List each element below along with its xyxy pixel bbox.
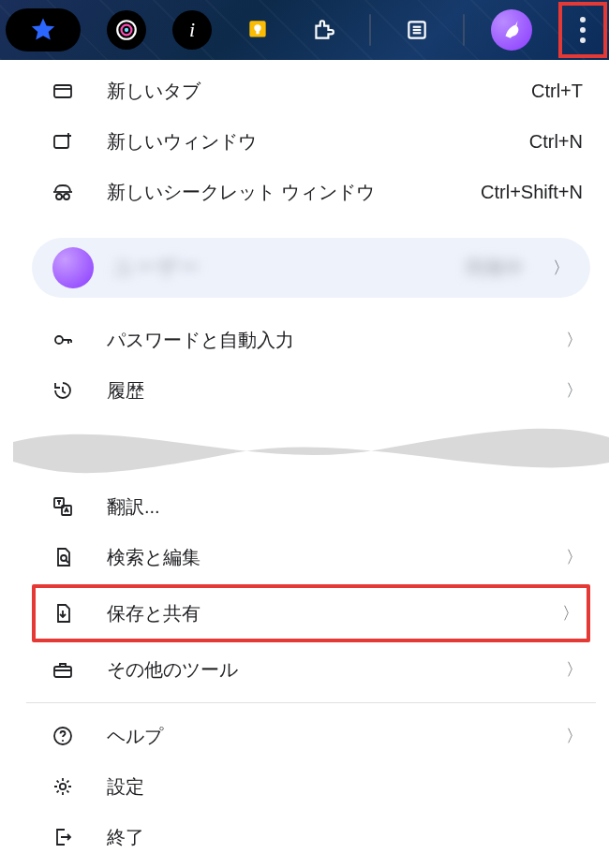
profile-status: 同期中 <box>466 256 525 281</box>
kebab-icon <box>579 16 587 44</box>
menu-item-help[interactable]: ヘルプ 〉 <box>13 711 609 761</box>
info-button[interactable]: i <box>172 10 212 50</box>
menu-item-label: 履歴 <box>107 378 534 404</box>
incognito-icon <box>51 181 75 203</box>
bookmark-star-button[interactable] <box>6 8 81 51</box>
menu-item-shortcut: Ctrl+N <box>529 131 583 153</box>
chevron-right-icon: 〉 <box>566 658 583 681</box>
svg-point-11 <box>580 27 586 33</box>
svg-point-16 <box>64 194 69 199</box>
menu-item-label: パスワードと自動入力 <box>107 328 534 353</box>
menu-item-shortcut: Ctrl+T <box>531 81 583 102</box>
history-icon <box>51 379 75 402</box>
menu-item-passwords[interactable]: パスワードと自動入力 〉 <box>13 315 609 365</box>
menu-item-label: 設定 <box>107 774 583 800</box>
exit-icon <box>51 826 75 848</box>
more-menu-button[interactable] <box>557 0 609 60</box>
reading-list-button[interactable] <box>397 10 437 50</box>
lightbulb-icon <box>245 18 270 42</box>
toolbox-icon <box>51 658 75 681</box>
unicorn-icon <box>499 18 524 42</box>
svg-point-12 <box>580 37 586 43</box>
svg-point-10 <box>580 17 586 22</box>
menu-item-label: 新しいウィンドウ <box>107 129 498 154</box>
svg-point-15 <box>56 194 62 199</box>
profile-avatar-icon <box>52 247 94 288</box>
browser-main-menu: 新しいタブ Ctrl+T 新しいウィンドウ Ctrl+N 新しいシークレット ウ… <box>13 66 609 862</box>
menu-item-label: ヘルプ <box>107 724 534 749</box>
chevron-right-icon: 〉 <box>566 546 583 568</box>
star-icon <box>29 16 57 44</box>
svg-point-24 <box>60 784 66 789</box>
svg-point-23 <box>62 740 64 742</box>
menu-item-new-tab[interactable]: 新しいタブ Ctrl+T <box>13 66 609 116</box>
svg-point-2 <box>125 28 128 32</box>
chevron-right-icon: 〉 <box>566 725 583 747</box>
menu-item-shortcut: Ctrl+Shift+N <box>481 182 583 203</box>
puzzle-piece-icon <box>311 18 335 42</box>
menu-item-save-share[interactable]: 保存と共有 〉 <box>32 584 590 642</box>
key-icon <box>51 329 75 351</box>
new-tab-icon <box>51 80 75 102</box>
svg-point-4 <box>254 24 260 31</box>
menu-item-new-incognito[interactable]: 新しいシークレット ウィンドウ Ctrl+Shift+N <box>13 167 609 217</box>
menu-item-translate[interactable]: 翻訳... <box>13 481 609 532</box>
menu-item-label: 検索と編集 <box>107 545 534 570</box>
toolbar-divider <box>463 14 465 46</box>
keep-notes-button[interactable] <box>238 10 277 50</box>
svg-rect-14 <box>54 136 68 148</box>
camera-lens-icon <box>114 18 139 42</box>
menu-item-label: 終了 <box>107 825 583 850</box>
reading-list-icon <box>405 18 429 42</box>
menu-separator <box>26 702 596 703</box>
profile-avatar-button[interactable] <box>491 9 532 51</box>
menu-item-label: 新しいタブ <box>107 79 499 104</box>
menu-item-label: 保存と共有 <box>107 601 530 626</box>
svg-point-17 <box>55 336 63 344</box>
browser-toolbar: i <box>0 0 609 60</box>
svg-rect-21 <box>54 667 71 677</box>
menu-item-profile[interactable]: ユーザー 同期中 〉 <box>32 238 590 298</box>
save-share-icon <box>51 602 75 625</box>
profile-name: ユーザー <box>112 254 447 282</box>
content-omitted-indicator <box>13 421 609 478</box>
menu-item-label: 新しいシークレット ウィンドウ <box>107 180 449 205</box>
menu-item-settings[interactable]: 設定 <box>13 761 609 812</box>
menu-item-more-tools[interactable]: その他のツール 〉 <box>13 644 609 695</box>
chevron-right-icon: 〉 <box>566 379 583 402</box>
svg-rect-13 <box>54 85 71 97</box>
menu-item-exit[interactable]: 終了 <box>13 812 609 862</box>
find-in-page-icon <box>51 546 75 568</box>
chevron-right-icon: 〉 <box>566 329 583 351</box>
menu-item-new-window[interactable]: 新しいウィンドウ Ctrl+N <box>13 116 609 167</box>
toolbar-divider <box>369 14 371 46</box>
new-window-icon <box>51 130 75 153</box>
menu-item-label: 翻訳... <box>107 494 583 520</box>
translate-icon <box>51 495 75 518</box>
help-icon <box>51 725 75 747</box>
gear-icon <box>51 775 75 798</box>
svg-point-20 <box>61 555 67 561</box>
menu-item-history[interactable]: 履歴 〉 <box>13 365 609 416</box>
extensions-button[interactable] <box>304 10 343 50</box>
menu-item-find-edit[interactable]: 検索と編集 〉 <box>13 532 609 582</box>
svg-rect-5 <box>256 31 259 34</box>
info-icon: i <box>189 18 195 42</box>
chevron-right-icon: 〉 <box>553 257 570 279</box>
menu-item-label: その他のツール <box>107 657 534 683</box>
camera-lens-button[interactable] <box>107 10 146 50</box>
chevron-right-icon: 〉 <box>562 602 579 625</box>
